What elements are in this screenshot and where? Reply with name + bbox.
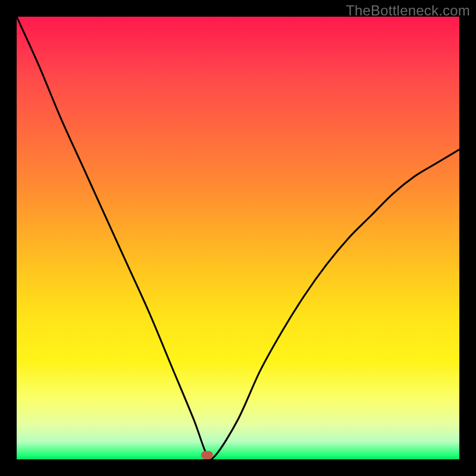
bottleneck-curve-path xyxy=(17,17,459,459)
minimum-marker xyxy=(201,451,213,459)
curve-svg xyxy=(17,17,459,459)
chart-frame: TheBottleneck.com xyxy=(0,0,476,476)
chart-plot-area xyxy=(17,17,459,459)
